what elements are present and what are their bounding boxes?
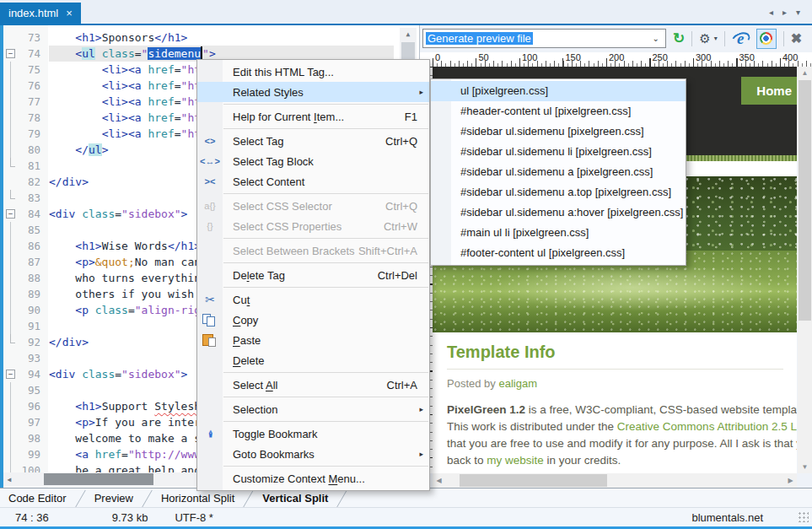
menu-item-label: Edit this HTML Tag... [223, 66, 429, 78]
scroll-left-icon[interactable]: ◀ [3, 476, 15, 483]
site-link[interactable]: Creative Commons Attribution 2.5 License… [617, 420, 797, 433]
ruler-label: 0 [435, 52, 440, 62]
view-tab-code-editor[interactable]: Code Editor [0, 492, 67, 505]
context-menu-item[interactable]: Delete [197, 350, 429, 370]
site-link[interactable]: ealigam [498, 377, 537, 390]
bookmark-icon: ✒ [200, 421, 220, 446]
view-tab-horizontal-split[interactable]: Horizontal Split [153, 492, 234, 505]
chevron-down-icon[interactable]: ⌄ [653, 34, 659, 43]
fold-marker-icon[interactable] [3, 206, 16, 222]
context-menu-item[interactable]: Goto Bookmarks▸ [197, 444, 429, 464]
refresh-icon[interactable]: ↻ [673, 30, 685, 47]
submenu-item[interactable]: #sidebar ul.sidemenu [pixelgreen.css] [431, 121, 686, 142]
submenu-item[interactable]: ul [pixelgreen.css] [431, 81, 686, 101]
site-home-button[interactable]: Home [741, 77, 797, 105]
context-menu-item[interactable]: Edit this HTML Tag... [197, 62, 429, 82]
context-menu-item[interactable]: Customize Context Menu... [197, 468, 429, 489]
context-menu-item[interactable]: Selection▸ [197, 399, 429, 419]
tab-nav-arrow-icon[interactable]: ▾ [796, 8, 800, 17]
menu-item-label: Customize Context Menu... [223, 472, 429, 485]
line-number: 93 [16, 352, 48, 364]
submenu-item[interactable]: #header-content ul [pixelgreen.css] [431, 101, 686, 121]
fold-line [3, 62, 16, 78]
fold-line [3, 350, 16, 366]
context-menu-item[interactable]: Paste [197, 330, 429, 350]
preview-vscroll-thumb[interactable] [799, 80, 811, 321]
context-menu-item[interactable]: {}Select CSS PropertiesCtrl+W [197, 216, 429, 236]
ruler-label: 400 [782, 52, 798, 62]
gear-icon[interactable]: ⚙ [699, 31, 710, 46]
context-menu-item[interactable]: ✒Toggle Bookmark [197, 424, 429, 444]
preview-vertical-scrollbar[interactable]: ▲ ▼ [798, 67, 812, 473]
resize-grip[interactable] [798, 511, 809, 522]
context-menu-item[interactable]: Copy [197, 310, 429, 330]
context-menu-item[interactable]: Select Between BracketsShift+Ctrl+A [197, 240, 429, 261]
gutter-row: 97 [3, 414, 48, 430]
menu-separator [223, 262, 428, 263]
cursor-position: 74 : 36 [15, 511, 49, 524]
site-link[interactable]: my website [487, 454, 544, 467]
ruler-label: 150 [566, 52, 581, 62]
view-tab-vertical-split[interactable]: Vertical Split [254, 492, 328, 505]
toolbar-separator [724, 31, 725, 46]
fold-line [3, 286, 16, 302]
line-number: 95 [16, 384, 48, 397]
gear-dropdown-icon[interactable]: ▾ [714, 35, 718, 42]
context-menu-item[interactable]: ✂Cut [197, 289, 429, 310]
preview-hscroll-thumb[interactable] [460, 474, 607, 487]
tab-nav-arrow-icon[interactable]: ◂ [769, 8, 773, 17]
editor-hscroll-thumb[interactable] [44, 473, 153, 485]
internet-explorer-icon[interactable]: e [732, 30, 750, 47]
submenu-item[interactable]: #main ul li [pixelgreen.css] [431, 223, 686, 243]
gutter-row: 87 [3, 254, 48, 270]
context-menu-item[interactable]: Related Styles▸ [197, 82, 429, 102]
fold-line [3, 110, 16, 126]
context-menu-item[interactable]: ><Select Content [197, 171, 429, 192]
fold-line [3, 78, 16, 94]
submenu-item[interactable]: #sidebar ul.sidemenu a:hover [pixelgreen… [431, 202, 686, 223]
preview-source-select[interactable]: Generate preview file ⌄ [422, 29, 666, 48]
fold-marker-icon[interactable] [3, 46, 16, 62]
context-menu-item[interactable]: <↔>Select Tag Block [197, 151, 429, 171]
fold-line [3, 190, 16, 206]
close-preview-icon[interactable]: ✖ [791, 30, 802, 46]
scroll-up-icon[interactable]: ▲ [400, 28, 417, 40]
view-tab-preview[interactable]: Preview [86, 492, 133, 505]
chrome-browser-button[interactable] [756, 29, 777, 49]
submenu-item[interactable]: #sidebar ul.sidemenu li [pixelgreen.css] [431, 142, 686, 162]
tab-close-icon[interactable]: × [66, 7, 73, 19]
document-tab[interactable]: index.html × [0, 3, 81, 24]
ruler-label: 100 [522, 52, 537, 62]
submenu-item[interactable]: #footer-content ul [pixelgreen.css] [431, 243, 686, 263]
tab-nav-arrow-icon[interactable]: ▸ [782, 8, 787, 17]
blank-icon [197, 399, 223, 419]
line-number: 74 [16, 47, 48, 60]
context-menu-item[interactable]: a{}Select CSS SelectorCtrl+Q [197, 196, 429, 216]
blank-icon [197, 444, 223, 464]
context-menu-item[interactable]: <>Select TagCtrl+Q [197, 131, 429, 151]
preview-horizontal-scrollbar[interactable]: ◀ ▶ [433, 473, 797, 488]
ruler-label: 350 [739, 52, 755, 62]
submenu-item[interactable]: #sidebar ul.sidemenu a.top [pixelgreen.c… [431, 182, 686, 202]
menu-separator [223, 128, 428, 129]
gutter-row: 73 [3, 30, 48, 46]
menu-item-label: Cut [223, 294, 429, 306]
scroll-right-icon[interactable]: ▶ [784, 473, 797, 488]
context-menu-item[interactable]: Help for Current Item...F1 [197, 106, 429, 127]
scroll-up-icon[interactable]: ▲ [798, 67, 812, 79]
line-number: 76 [16, 79, 48, 92]
scroll-down-icon[interactable]: ▼ [798, 461, 812, 473]
context-menu-item[interactable]: Delete TagCtrl+Del [197, 265, 429, 285]
template-info-paragraph: PixelGreen 1.2 is a free, W3C-compliant,… [447, 402, 797, 473]
gutter-row: 90 [3, 302, 48, 318]
menu-separator [223, 421, 428, 422]
line-number: 77 [16, 95, 48, 108]
site-text: back to [447, 454, 487, 467]
context-menu-item[interactable]: Select AllCtrl+A [197, 375, 429, 395]
tab-separator [337, 490, 348, 507]
submenu-item[interactable]: #sidebar ul.sidemenu a [pixelgreen.css] [431, 162, 686, 182]
scroll-left-icon[interactable]: ◀ [433, 473, 445, 488]
menu-item-label: Selection [223, 403, 429, 416]
menu-item-label: Copy [223, 314, 429, 327]
fold-marker-icon[interactable] [3, 366, 16, 382]
